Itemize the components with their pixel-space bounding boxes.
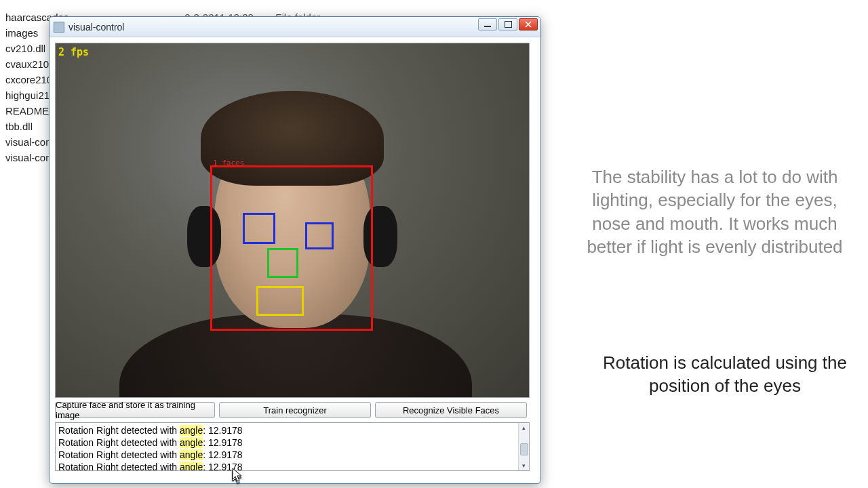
log-line: Rotation Right detected with angle: 12.9… — [58, 424, 526, 436]
log-line: Rotation Right detected with angle: 12.9… — [58, 449, 526, 461]
scroll-down-icon[interactable]: ▾ — [519, 461, 529, 470]
eye-left-box — [243, 213, 275, 244]
window-title: visual-control — [68, 22, 124, 33]
mouse-cursor — [232, 468, 244, 486]
annotation-lighting: The stability has a lot to do with light… — [582, 165, 848, 258]
log-line: Rotation Right detected with angle: 12.9… — [58, 461, 526, 471]
app-icon — [54, 22, 64, 33]
train-button[interactable]: Train recognizer — [219, 402, 371, 418]
log-output[interactable]: Rotation Right detected with angle: 12.9… — [55, 422, 530, 471]
app-window: visual-control 2 fps 1 faces — [49, 16, 541, 484]
recognize-button[interactable]: Recognize Visible Faces — [375, 402, 527, 418]
titlebar[interactable]: visual-control — [50, 17, 540, 37]
fps-overlay: 2 fps — [58, 46, 89, 58]
nose-box — [267, 248, 298, 278]
scrollbar[interactable]: ▴ ▾ — [518, 423, 529, 470]
mouth-box — [256, 286, 304, 316]
minimize-button[interactable] — [478, 18, 497, 30]
annotation-rotation: Rotation is calculated using the positio… — [599, 351, 850, 398]
log-line: Rotation Right detected with angle: 12.9… — [58, 436, 526, 449]
scroll-thumb[interactable] — [520, 443, 528, 455]
eye-right-box — [305, 222, 334, 249]
maximize-button[interactable] — [498, 18, 517, 30]
capture-button[interactable]: Capture face and store it as training im… — [55, 402, 215, 418]
close-button[interactable] — [519, 18, 538, 30]
video-preview: 2 fps 1 faces — [55, 43, 530, 398]
scroll-up-icon[interactable]: ▴ — [519, 423, 529, 432]
